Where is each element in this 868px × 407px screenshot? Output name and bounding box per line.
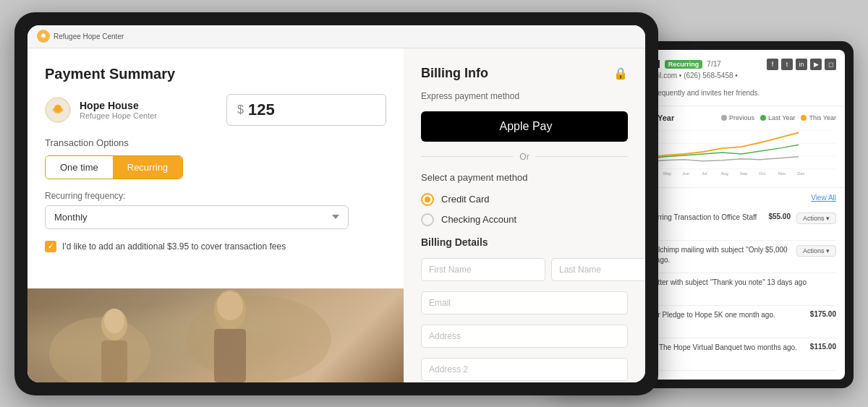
legend-this-year: This Year [801,114,836,121]
credit-card-option[interactable]: Credit Card [421,193,628,206]
lock-icon: 🔒 [613,67,628,80]
actions-button-0[interactable]: Actions ▾ [796,213,836,224]
amount-box: $ 125 [226,94,386,126]
first-name-input[interactable] [421,258,545,281]
svg-text:Jun: Jun [683,171,689,176]
svg-rect-30 [214,329,246,382]
address-input[interactable] [421,325,628,348]
frequency-select[interactable]: Monthly Weekly Quarterly Annually [45,205,349,229]
checking-account-option[interactable]: Checking Account [421,213,628,226]
divider-left [421,156,514,157]
billing-header: Billing Info 🔒 [421,66,628,81]
org-row: Hope House Refugee Hope Center $ 125 [45,94,386,126]
activity-amount-4: $115.00 [810,343,836,351]
logo-text: Refugee Hope Center [54,33,124,40]
frequency-label: Recurring frequency: [45,191,386,201]
billing-details-label: Billing Details [421,236,628,248]
transaction-fee-checkbox[interactable]: ✓ [45,241,56,252]
svg-rect-27 [101,340,127,382]
tablet-screen: Refugee Hope Center Payment Summary [27,25,645,382]
svg-text:Oct: Oct [759,171,765,176]
view-all-link[interactable]: View All [811,194,836,202]
or-text: Or [519,152,529,162]
transaction-fee-label: I'd like to add an additional $3.95 to c… [62,241,286,252]
org-name: Hope House [80,100,218,111]
payment-panel: Payment Summary Hope House Refugee Hope … [27,48,404,382]
activity-amount-0: $55.00 [768,213,791,220]
svg-text:Aug: Aug [720,171,728,176]
legend-previous: Previous [721,114,754,121]
transaction-toggle: One time Recurring [45,155,183,179]
amount-dollar-symbol: $ [237,103,244,116]
transaction-section: Transaction Options One time Recurring [45,137,386,179]
legend-last-year: Last Year [760,114,796,121]
amount-value: 125 [248,100,275,119]
or-divider: Or [421,152,628,162]
name-row [421,258,628,281]
tablet-topbar: Refugee Hope Center [27,25,645,48]
select-payment-label: Select a payment method [421,172,628,183]
instagram-icon: ◻ [825,59,836,70]
email-input[interactable] [421,291,628,314]
apple-pay-button[interactable]: Apple Pay [421,111,628,142]
one-time-button[interactable]: One time [46,156,113,179]
svg-text:Dec: Dec [797,171,804,176]
transaction-options-label: Transaction Options [45,137,386,148]
children-silhouette [27,288,404,382]
apple-pay-text: Apple Pay [500,120,553,133]
social-icons: f t in ▶ ◻ [767,59,836,70]
express-payment-label: Express payment method [421,91,628,101]
tablet-main-content: Payment Summary Hope House Refugee Hope … [27,48,645,382]
svg-point-23 [54,105,61,112]
credit-card-label: Credit Card [441,194,489,205]
recurring-button[interactable]: Recurring [113,156,182,179]
svg-text:Sep: Sep [740,171,748,176]
facebook-icon: f [767,59,778,70]
actions-button-1[interactable]: Actions ▾ [796,245,836,257]
youtube-icon: ▶ [810,59,822,70]
org-logo-icon [36,29,51,43]
checking-account-label: Checking Account [441,214,516,225]
payment-method-options: Credit Card Checking Account [421,193,628,226]
activity-amount-3: $175.00 [810,310,836,318]
svg-point-21 [42,34,46,38]
org-sub: Refugee Hope Center [80,111,218,120]
transaction-fee-checkbox-row: ✓ I'd like to add an additional $3.95 to… [45,241,386,252]
address2-input[interactable] [421,358,628,381]
photo-strip [27,288,404,382]
frequency-row: Recurring frequency: Monthly Weekly Quar… [45,191,386,229]
tablet-frame: Refugee Hope Center Payment Summary [14,12,658,395]
linkedin-icon: in [796,59,807,70]
svg-text:Nov: Nov [778,171,786,176]
org-info: Hope House Refugee Hope Center [80,100,218,120]
profile-score: 7/17 [707,60,720,68]
svg-text:May: May [663,171,671,176]
svg-text:Jul: Jul [702,171,707,176]
svg-point-25 [187,296,331,382]
divider-right [535,156,628,157]
twitter-icon: t [781,59,793,70]
svg-point-24 [49,317,150,382]
payment-title: Payment Summary [45,66,386,82]
billing-panel: Billing Info 🔒 Express payment method Ap… [404,48,645,382]
last-name-input[interactable] [551,258,645,281]
credit-card-radio[interactable] [421,193,434,206]
chart-legend: Previous Last Year This Year [721,114,836,121]
radio-dot [425,197,430,202]
recurring-badge: Recurring [665,60,703,69]
svg-point-28 [104,309,124,333]
svg-point-31 [217,291,243,320]
org-logo-icon [45,97,71,123]
checking-account-radio[interactable] [421,213,434,226]
billing-title: Billing Info [421,66,488,81]
checkmark-icon: ✓ [48,241,54,251]
logo-area: Refugee Hope Center [36,29,124,43]
